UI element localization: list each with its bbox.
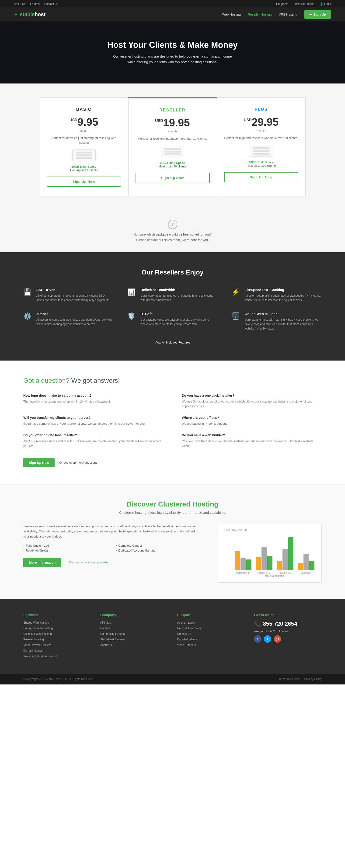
pricing-card-reseller: RESELLER USD19.95 /month Perfect for res… — [128, 97, 217, 196]
faq-a-4: All of our reseller servers and reseller… — [23, 439, 163, 449]
pricing-card-plus: PLUS USD29.95 /month Perfect for high en… — [217, 97, 306, 196]
footer-about[interactable]: About Us — [100, 644, 112, 647]
social-icons: f t g+ — [254, 635, 322, 643]
clustered-discover-text: Discover why it is so powerful — [69, 561, 108, 564]
hero-section: Host Your Clients & Make Money Our resel… — [0, 22, 345, 84]
feature-bandwidth: 📊 Unlimited Bandwidth Don't worry about … — [127, 288, 217, 303]
footer-enterprise-hosting[interactable]: Enterprise Web Hosting — [23, 627, 53, 630]
footer-affiliates[interactable]: Affiliates — [100, 621, 111, 624]
footer-careers[interactable]: Careers — [100, 627, 110, 630]
footer-network-info[interactable]: Network Information — [177, 627, 202, 630]
footer-services-list: Shared Web Hosting Enterprise Web Hostin… — [23, 621, 91, 658]
footer-tutorials[interactable]: Video Tutorials — [177, 644, 196, 647]
top-nav-left: About Us Forums Contact Us — [14, 2, 62, 6]
chart-wrapper: Parameter 1 Parameter 2 Parameter 3 Para… — [232, 533, 317, 578]
footer-company-list: Affiliates Careers Community Forums Stab… — [100, 621, 168, 647]
clustered-title: Discover Clustered Hosting — [23, 500, 322, 508]
faq-q-5: Do you have a web builder? — [182, 433, 322, 437]
faq-a-3: We are based in Phoenix, Arizona. — [182, 422, 322, 426]
clustered-left: Server clusters connect several dedicate… — [23, 524, 204, 567]
faq-q-4: Do you offer private label reseller? — [23, 433, 163, 437]
clustered-more-info-button[interactable]: More Information — [23, 558, 61, 567]
technical-support-link[interactable]: Technical Support — [293, 2, 315, 6]
ssd-desc: All of our servers run premium hardware … — [36, 293, 113, 303]
chart-bar-group — [277, 537, 293, 570]
basic-desc: Perfect for newbies just starting off re… — [47, 136, 121, 145]
cpanel-desc: All accounts come with the industry stan… — [36, 318, 113, 327]
ssd-icon: 💾 — [23, 288, 33, 303]
footer-vps[interactable]: Virtual Private Servers — [23, 644, 51, 647]
top-navigation: About Us Forums Contact Us Programs Tech… — [0, 0, 345, 7]
faq-item-3: Where are your offices? We are based in … — [182, 416, 322, 426]
footer-bottom: © Copyright 2017 Stable Host, LLC. All R… — [0, 674, 345, 684]
privacy-link[interactable]: Privacy Policy — [304, 678, 322, 681]
bandwidth-desc: Don't worry about running out of bandwid… — [140, 293, 217, 303]
nav-vps-hosting[interactable]: VPS Hosting — [279, 12, 297, 16]
terms-link[interactable]: Terms of Service — [279, 678, 300, 681]
footer-knowledgebase[interactable]: Knowledgebase — [177, 638, 197, 641]
programs-link[interactable]: Programs — [276, 2, 288, 6]
footer-unlimited-hosting[interactable]: Unlimited Web Hosting — [23, 632, 52, 636]
reseller-desc: Perfect for resellers that have more tha… — [135, 136, 210, 141]
clustered-right: USER LOAD SPEED Parameter 1 Parameter 2 … — [218, 524, 322, 583]
chart-bar — [256, 557, 261, 570]
twitter-icon[interactable]: t — [264, 635, 271, 643]
clustered-actions: More Information Discover why it is so p… — [23, 558, 204, 567]
litespeed-desc: A custom setup taking advantage of Lites… — [245, 293, 322, 303]
basic-signup-button[interactable]: Sign Up Now — [47, 177, 121, 187]
footer-reviews[interactable]: StableHost Reviews — [100, 638, 125, 641]
chart-bar — [304, 554, 309, 570]
nav-web-hosting[interactable]: Web Hosting — [222, 12, 241, 16]
plus-plan-name: PLUS — [224, 107, 299, 112]
webbuilder-desc: Don't want to mess with learning HTML? N… — [245, 318, 322, 331]
forums-link[interactable]: Forums — [30, 2, 40, 6]
features-section: Our Resellers Enjoy 💾 SSD Drives All of … — [0, 252, 345, 361]
clustered-header: Discover Clustered Hosting Clustered hos… — [23, 500, 322, 515]
view-all: View All Included Features — [23, 340, 322, 344]
clustered-section: Discover Clustered Hosting Clustered hos… — [0, 484, 345, 599]
feature-cpanel: ⚙️ cPanel All accounts come with the ind… — [23, 312, 113, 331]
about-us-link[interactable]: About Us — [14, 2, 25, 6]
login-link[interactable]: 👤 Login — [320, 2, 331, 6]
contact-link[interactable]: Contact Us — [44, 2, 58, 6]
logo-icon: ✦ — [14, 12, 18, 17]
feature-webbuilder: 🖥️ Online Web Builder Don't want to mess… — [232, 312, 322, 331]
footer-account-login[interactable]: Account Login — [177, 621, 195, 624]
view-all-link[interactable]: View All Included Features — [155, 341, 190, 344]
footer-support-list: Account Login Network Information Contac… — [177, 621, 245, 647]
footer-domains[interactable]: Domain Names — [23, 649, 43, 652]
nav-reseller-hosting[interactable]: Reseller Hosting — [248, 12, 272, 16]
reseller-plan-name: RESELLER — [135, 108, 210, 113]
faq-item-5: Do you have a web builder? Yes! We have … — [182, 433, 322, 449]
footer-spam[interactable]: Professional Spam Filtering — [23, 655, 58, 658]
plus-signup-button[interactable]: Sign Up Now — [224, 172, 299, 182]
footer-contact[interactable]: Contact Us — [177, 632, 191, 636]
footer-shared-hosting[interactable]: Shared Web Hosting — [23, 621, 49, 624]
facebook-icon[interactable]: f — [254, 635, 261, 643]
bandwidth-icon: 📊 — [127, 288, 137, 303]
chart-bar-group — [297, 554, 314, 570]
pricing-card-basic: BASIC USD9.95 /month Perfect for newbies… — [40, 97, 128, 196]
footer-community[interactable]: Community Forums — [100, 632, 125, 636]
main-navigation: ✦ stablehost Web Hosting Reseller Hostin… — [0, 7, 345, 22]
footer-bottom-links: Terms of Service Privacy Policy — [279, 678, 322, 681]
plus-price: USD29.95 — [224, 116, 299, 128]
chart-y-axis-label: USER LOAD SPEED — [223, 529, 317, 531]
faq-signup-button[interactable]: Sign Up Now — [23, 458, 55, 467]
footer-company-title: Company — [100, 613, 168, 617]
cluster-feature-3: Dedicated Account Manager — [116, 549, 204, 552]
faq-more-link[interactable]: Or see even more questions — [59, 461, 97, 464]
faq-a-5: Yes! We have the Site Pro web builder in… — [182, 439, 322, 449]
main-signup-button[interactable]: ➡ Sign Up — [304, 10, 331, 19]
top-nav-right: Programs Technical Support 👤 Login — [273, 2, 331, 6]
follow-text: Are you social? Follow us. — [254, 629, 322, 633]
chart-bar — [241, 558, 246, 570]
footer-col-company: Company Affiliates Careers Community For… — [100, 613, 168, 660]
phone-icon: 📞 — [254, 621, 261, 627]
litespeed-name: LiteSpeed PHP Caching — [245, 288, 322, 292]
logo[interactable]: ✦ stablehost — [14, 11, 45, 18]
footer-reseller-hosting[interactable]: Reseller Hosting — [23, 638, 44, 641]
reseller-signup-button[interactable]: Sign Up Now — [135, 173, 210, 183]
googleplus-icon[interactable]: g+ — [274, 635, 281, 643]
chart-bar-group — [256, 547, 273, 570]
